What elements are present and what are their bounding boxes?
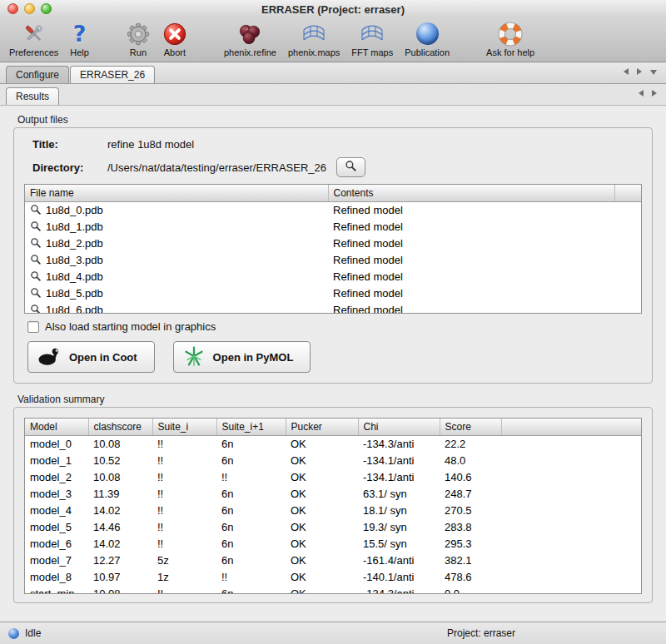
abort-x-icon xyxy=(162,20,187,47)
validation-row[interactable]: start_min10.08!!6nOK-134.3/anti0.0 xyxy=(25,585,641,594)
close-window-button[interactable] xyxy=(7,3,18,14)
file-row[interactable]: 1u8d_0.pdbRefined model xyxy=(25,201,641,218)
subtab-scroll-right-icon[interactable] xyxy=(652,87,657,99)
file-row[interactable]: 1u8d_5.pdbRefined model xyxy=(25,285,641,301)
magnifier-icon xyxy=(30,254,42,265)
phenix-maps-button[interactable]: phenix.maps xyxy=(282,20,345,58)
toolbar-label: Run xyxy=(130,47,147,58)
phenix-maps-mesh-icon xyxy=(301,20,326,47)
column-header-score[interactable]: Score xyxy=(440,419,501,435)
lifebuoy-icon xyxy=(498,20,523,47)
column-header-chi[interactable]: Chi xyxy=(358,419,440,435)
fft-maps-mesh-icon xyxy=(360,20,385,47)
validation-row[interactable]: model_010.08!!6nOK-134.3/anti22.2 xyxy=(25,435,641,452)
file-row[interactable]: 1u8d_3.pdbRefined model xyxy=(25,251,641,268)
toolbar-label: Help xyxy=(70,47,89,58)
open-in-coot-label: Open in Coot xyxy=(69,351,137,364)
open-in-pymol-label: Open in PyMOL xyxy=(213,351,294,364)
magnifier-icon xyxy=(30,204,42,215)
magnifier-icon xyxy=(30,287,42,299)
validation-row[interactable]: model_110.52!!6nOK-134.1/anti48.0 xyxy=(25,452,641,468)
toolbar-label: phenix.refine xyxy=(224,47,276,58)
validation-summary-group-label: Validation summary xyxy=(17,394,653,405)
preferences-button[interactable]: Preferences xyxy=(3,20,64,58)
run-gear-icon xyxy=(126,20,151,47)
validation-row[interactable]: model_210.08!!!!OK-134.1/anti140.6 xyxy=(25,468,641,485)
tab-list-icon[interactable] xyxy=(650,65,657,77)
magnifier-icon xyxy=(30,220,42,232)
zoom-window-button[interactable] xyxy=(41,3,52,14)
validation-row[interactable]: model_414.02!!6nOK18.1/ syn270.5 xyxy=(25,502,641,518)
file-contents: Refined model xyxy=(328,285,614,301)
file-row[interactable]: 1u8d_1.pdbRefined model xyxy=(25,218,641,235)
status-text: Idle xyxy=(25,627,41,639)
directory-label: Directory: xyxy=(32,161,107,174)
open-in-coot-button[interactable]: Open in Coot xyxy=(27,341,155,373)
magnifier-icon xyxy=(30,270,42,282)
column-header-suite-i1[interactable]: Suite_i+1 xyxy=(216,419,286,435)
file-contents: Refined model xyxy=(328,268,614,285)
phenix-refine-spheres-icon xyxy=(237,20,262,47)
validation-row[interactable]: model_514.46!!6nOK19.3/ syn283.8 xyxy=(25,518,641,535)
file-name: 1u8d_0.pdb xyxy=(46,204,103,216)
file-name: 1u8d_1.pdb xyxy=(46,220,103,233)
magnifier-icon xyxy=(30,237,42,249)
file-contents: Refined model xyxy=(328,218,614,235)
column-header-model[interactable]: Model xyxy=(25,419,88,435)
column-header-suite-i[interactable]: Suite_i xyxy=(152,419,216,435)
tab-scroll-left-icon[interactable] xyxy=(624,65,629,77)
load-starting-model-label[interactable]: Also load starting model in graphics xyxy=(45,320,216,333)
publication-button[interactable]: Publication xyxy=(399,20,455,58)
output-files-table-body: 1u8d_0.pdbRefined model 1u8d_1.pdbRefine… xyxy=(25,201,641,314)
viewer-buttons-row: Open in Coot xyxy=(27,341,642,373)
tab-configure[interactable]: Configure xyxy=(6,66,69,83)
validation-table[interactable]: Model clashscore Suite_i Suite_i+1 Pucke… xyxy=(24,418,642,594)
validation-row[interactable]: model_614.02!!6nOK15.5/ syn295.3 xyxy=(25,535,641,552)
output-files-header-row: File name Contents xyxy=(25,185,641,201)
toolbar-label: phenix.maps xyxy=(288,47,340,58)
file-name: 1u8d_6.pdb xyxy=(46,304,103,315)
file-name: 1u8d_5.pdb xyxy=(46,287,103,300)
column-header-clashscore[interactable]: clashscore xyxy=(88,419,152,435)
minimize-window-button[interactable] xyxy=(24,3,35,14)
abort-button[interactable]: Abort xyxy=(157,20,193,58)
tab-scroll-right-icon[interactable] xyxy=(637,65,642,77)
title-field-row: Title: refine 1u8d model xyxy=(32,138,642,151)
phenix-refine-button[interactable]: phenix.refine xyxy=(218,20,282,58)
validation-row[interactable]: model_311.39!!6nOK63.1/ syn248.7 xyxy=(25,485,641,502)
column-header-filler xyxy=(501,419,641,435)
subtab-scroll-left-icon[interactable] xyxy=(639,87,644,99)
file-name: 1u8d_3.pdb xyxy=(46,254,103,266)
window-title: ERRASER (Project: erraser) xyxy=(261,3,405,16)
run-button[interactable]: Run xyxy=(120,20,157,58)
file-row[interactable]: 1u8d_4.pdbRefined model xyxy=(25,268,641,285)
help-button[interactable]: ? Help xyxy=(64,20,95,58)
pymol-icon xyxy=(182,345,206,369)
sub-tab-bar: Results xyxy=(0,84,666,106)
validation-row[interactable]: model_810.971z!!OK-140.1/anti478.6 xyxy=(25,568,641,585)
toolbar-label: Ask for help xyxy=(486,47,534,58)
file-row[interactable]: 1u8d_2.pdbRefined model xyxy=(25,235,641,251)
output-files-table[interactable]: File name Contents 1u8d_0.pdbRefined mod… xyxy=(24,184,642,314)
validation-row[interactable]: model_712.275z6nOK-161.4/anti382.1 xyxy=(25,552,641,568)
browse-directory-button[interactable] xyxy=(336,157,365,177)
magnifier-icon xyxy=(345,160,357,175)
tab-results[interactable]: Results xyxy=(6,87,59,105)
file-row[interactable]: 1u8d_6.pdbRefined model xyxy=(25,301,641,314)
column-header-extra xyxy=(614,185,641,201)
fft-maps-button[interactable]: FFT maps xyxy=(345,20,399,58)
column-header-pucker[interactable]: Pucker xyxy=(286,419,358,435)
column-header-contents[interactable]: Contents xyxy=(328,185,614,201)
load-starting-model-checkbox[interactable] xyxy=(27,321,39,333)
file-contents: Refined model xyxy=(328,235,614,251)
file-contents: Refined model xyxy=(328,201,614,218)
status-project: Project: erraser xyxy=(447,627,515,639)
tab-erraser-26[interactable]: ERRASER_26 xyxy=(70,66,155,83)
main-tab-bar: Configure ERRASER_26 xyxy=(0,62,666,84)
file-name: 1u8d_4.pdb xyxy=(46,270,103,283)
validation-header-row: Model clashscore Suite_i Suite_i+1 Pucke… xyxy=(25,419,641,435)
column-header-file-name[interactable]: File name xyxy=(25,185,328,201)
open-in-pymol-button[interactable]: Open in PyMOL xyxy=(173,341,311,373)
ask-for-help-button[interactable]: Ask for help xyxy=(480,20,540,58)
file-contents: Refined model xyxy=(328,301,614,314)
